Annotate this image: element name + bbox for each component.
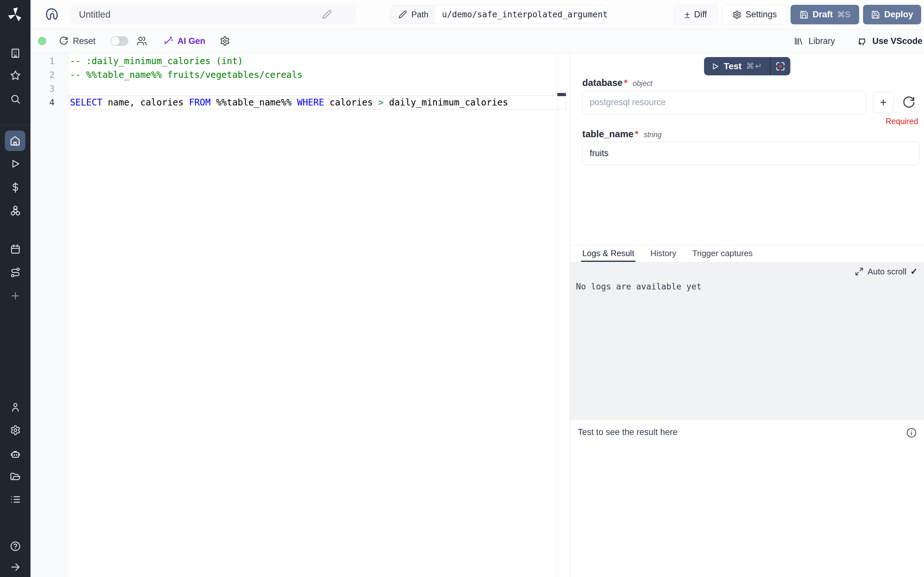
diff-button[interactable]: ± Diff	[674, 5, 717, 24]
sidebar-item-account[interactable]	[0, 397, 31, 417]
info-icon[interactable]	[906, 427, 917, 438]
gear-icon	[220, 36, 230, 46]
sidebar-item-search[interactable]	[0, 89, 31, 109]
test-button-group: Test ⌘↵	[704, 57, 790, 75]
editor-code[interactable]: -- :daily_minimum_calories (int)-- %%tab…	[69, 54, 566, 109]
code-line[interactable]	[69, 82, 566, 95]
sidebar-item-settings[interactable]	[0, 420, 31, 440]
result-tabs: Logs & Result History Trigger captures	[570, 245, 924, 261]
calendar-icon	[10, 243, 21, 255]
star-icon	[10, 70, 21, 81]
building-icon	[10, 48, 21, 59]
required-note: Required	[886, 117, 918, 126]
add-resource-button[interactable]: +	[873, 92, 893, 113]
save-icon	[800, 10, 809, 19]
sidebar-item-workspace[interactable]	[0, 43, 31, 63]
arrow-right-icon	[10, 562, 21, 572]
sidebar-item-variables[interactable]	[0, 177, 31, 198]
sidebar-item-resources[interactable]	[0, 200, 31, 221]
path-label-segment: Path	[391, 5, 435, 23]
toggle-knob	[111, 37, 120, 45]
github-icon	[856, 35, 867, 47]
sidebar-item-folders[interactable]	[0, 466, 31, 487]
ai-gen-button[interactable]: AI Gen	[163, 29, 205, 53]
boxes-icon	[10, 205, 21, 216]
path-label: Path	[411, 10, 429, 19]
script-title: Untitled	[79, 5, 110, 24]
wand-icon	[163, 36, 173, 46]
diff-mode-toggle[interactable]	[110, 36, 128, 46]
refresh-resource-button[interactable]	[902, 96, 915, 109]
script-title-field[interactable]: Untitled	[71, 5, 356, 24]
deploy-button[interactable]: Deploy	[863, 5, 921, 24]
help-circle-icon	[10, 541, 21, 552]
active-tab-underline	[581, 261, 636, 262]
tab-history[interactable]: History	[650, 245, 676, 262]
user-icon	[10, 402, 21, 413]
sidebar-item-schedules[interactable]	[0, 239, 31, 259]
auto-scroll-toggle[interactable]: Auto scroll ✓	[855, 266, 918, 277]
database-input[interactable]	[582, 91, 866, 114]
editor-toolbar: Reset AI Gen Library Use VScode	[31, 29, 924, 53]
gear-icon	[10, 425, 21, 436]
code-editor[interactable]: 1234 -- :daily_minimum_calories (int)-- …	[31, 53, 570, 577]
sidebar-item-audit-logs[interactable]	[0, 489, 31, 510]
pencil-icon	[399, 10, 407, 19]
sidebar-item-home[interactable]	[5, 131, 25, 151]
tab-trigger-captures[interactable]: Trigger captures	[692, 245, 753, 262]
refresh-icon	[59, 36, 68, 46]
result-panel: Test to see the result here	[570, 419, 924, 577]
home-icon	[10, 135, 21, 146]
robot-icon	[10, 448, 21, 459]
sidebar-item-runs[interactable]	[0, 153, 31, 174]
collaboration-button[interactable]	[137, 29, 147, 53]
required-asterisk: *	[635, 129, 638, 139]
path-value: u/demo/safe_interpolated_arguments	[435, 10, 608, 19]
code-line[interactable]: -- :daily_minimum_calories (int)	[69, 54, 566, 68]
path-field[interactable]: Path u/demo/safe_interpolated_arguments	[391, 5, 607, 24]
status-dot	[38, 37, 46, 45]
overview-cursor-marker	[557, 93, 566, 96]
sidebar	[0, 0, 31, 577]
windmill-logo[interactable]	[0, 5, 31, 24]
run-panel: Test ⌘↵ database * object + Required tab…	[570, 53, 924, 577]
tab-logs-result[interactable]: Logs & Result	[582, 245, 634, 262]
list-icon	[10, 494, 21, 505]
route-icon	[10, 267, 21, 278]
logs-panel: Auto scroll ✓ No logs are available yet	[570, 262, 924, 419]
draft-shortcut: ⌘S	[837, 10, 851, 19]
code-line[interactable]: -- %%table_name%% fruits/vegetables/cere…	[69, 68, 566, 82]
plus-icon	[10, 290, 21, 301]
editor-settings-button[interactable]	[220, 29, 230, 53]
sidebar-item-triggers[interactable]	[0, 262, 31, 283]
table-name-field-label: table_name * string	[582, 129, 662, 139]
postgresql-icon	[44, 7, 59, 22]
use-vscode-button[interactable]: Use VScode	[856, 29, 922, 53]
play-icon	[711, 62, 719, 71]
dollar-icon	[10, 182, 21, 193]
test-button[interactable]: Test ⌘↵	[704, 57, 770, 75]
sidebar-item-create[interactable]	[0, 285, 31, 306]
plus-minus-icon: ±	[685, 10, 690, 19]
sidebar-item-workers[interactable]	[0, 444, 31, 464]
sidebar-item-help[interactable]	[0, 536, 31, 556]
windmill-logo-icon	[7, 6, 24, 23]
folder-open-icon	[10, 471, 21, 482]
table-name-input[interactable]	[582, 142, 919, 165]
library-button[interactable]: Library	[794, 29, 835, 53]
save-icon	[871, 10, 880, 19]
draft-button[interactable]: Draft ⌘S	[790, 5, 859, 24]
play-icon	[10, 158, 21, 169]
capture-button[interactable]	[771, 57, 790, 75]
users-icon	[137, 36, 147, 46]
search-icon	[10, 93, 21, 105]
editor-gutter: 1234	[31, 53, 69, 577]
capture-icon	[775, 61, 786, 72]
reset-button[interactable]: Reset	[59, 29, 95, 53]
edit-title-pencil-icon[interactable]	[322, 10, 332, 19]
code-line[interactable]: SELECT name, calories FROM %%table_name%…	[69, 95, 566, 109]
sidebar-collapse-toggle[interactable]	[0, 557, 31, 577]
check-icon: ✓	[910, 266, 918, 277]
settings-button[interactable]: Settings	[722, 5, 787, 24]
sidebar-item-favorites[interactable]	[0, 65, 31, 85]
